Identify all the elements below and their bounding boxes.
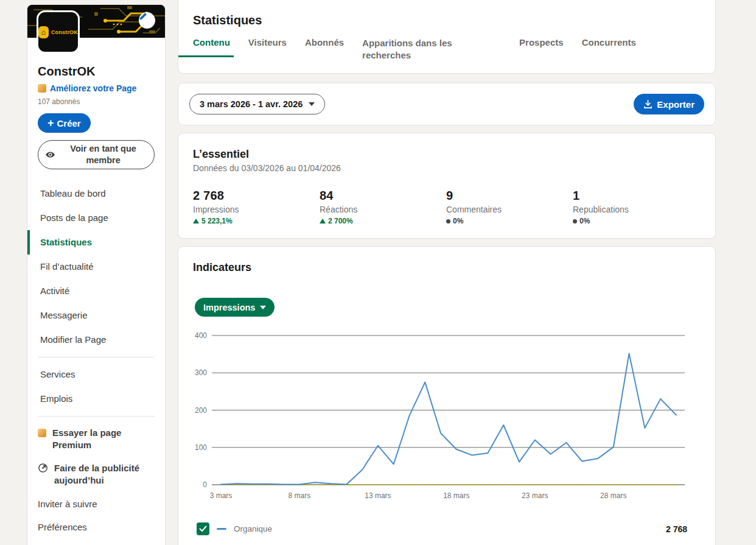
sidebar-item-label: Inviter à suivre [38,498,97,510]
page-title: ConstrOK [38,65,155,79]
sidebar-item-label: Préférences [38,521,87,533]
chevron-down-icon [260,306,266,309]
ads-icon [38,463,48,473]
stat-label: Republications [573,205,699,214]
svg-text:23 mars: 23 mars [522,491,548,500]
stat-delta: 0% [446,217,573,225]
sidebar-item-services[interactable]: Services [27,362,165,387]
sidebar-item-label: Essayer la page Premium [52,427,144,452]
sidebar-item-messagerie[interactable]: Messagerie [27,303,165,328]
essentials-title: L’essentiel [193,148,701,161]
stat-label: Commentaires [446,205,573,214]
stat-label: Impressions [193,205,320,214]
tab-apparitions-dans-les-recherches[interactable]: Apparitions dans les recherches [362,37,458,65]
sidebar-item-emplois[interactable]: Emplois [27,387,165,411]
stat-réactions: 84Réactions2 700% [320,189,446,225]
trend-flat-icon [446,219,450,223]
stat-label: Réactions [320,205,446,214]
legend-total-value: 2 768 [666,524,687,534]
sidebar-item-pr-f-rences[interactable]: Préférences [27,516,165,539]
stat-value: 84 [320,189,446,203]
download-icon [643,100,653,109]
edit-page-button[interactable] [139,12,155,29]
toolbar-card: 3 mars 2026 - 1 avr. 2026 Exporter [178,83,715,125]
stat-delta: 0% [573,217,699,225]
sidebar-item-essayer-la-page-premium[interactable]: Essayer la page Premium [27,421,165,457]
sidebar-nav: Tableau de bordPosts de la pageStatistiq… [27,181,165,352]
stat-commentaires: 9Commentaires0% [446,189,573,225]
tab-contenu[interactable]: Contenu [193,37,230,57]
sidebar-item-inviter-suivre[interactable]: Inviter à suivre [27,493,165,516]
essentials-card: L’essentiel Données du 03/03/2026 au 01/… [178,133,715,238]
trend-up-icon [320,219,326,223]
sidebar-item-tableau-de-bord[interactable]: Tableau de bord [27,181,165,206]
trend-flat-icon [573,219,577,223]
stat-republications: 1Republications0% [573,189,699,225]
metric-dropdown[interactable]: Impressions [195,298,275,317]
impressions-line-chart: 01002003004003 mars8 mars13 mars18 mars2… [178,332,702,508]
sidebar-item-activit-[interactable]: Activité [27,279,165,303]
house-icon: ⌂ [38,26,49,38]
svg-text:400: 400 [195,332,207,340]
logo-text: ConstrOK [51,29,78,35]
svg-text:200: 200 [195,406,207,415]
tab-concurrents[interactable]: Concurrents [582,37,636,57]
sidebar-item-posts-de-la-page[interactable]: Posts de la page [27,206,165,230]
stat-value: 9 [446,189,573,203]
date-range-selector[interactable]: 3 mars 2026 - 1 avr. 2026 [189,94,325,114]
svg-text:100: 100 [195,443,207,452]
tab-abonn-s[interactable]: Abonnés [305,37,344,57]
svg-text:18 mars: 18 mars [443,491,469,500]
essentials-subtitle: Données du 03/03/2026 au 01/04/2026 [193,163,701,173]
stat-value: 2 768 [193,189,320,203]
organic-series-swatch [217,528,226,530]
divider [38,416,155,417]
sidebar-nav-secondary: ServicesEmplois [27,362,165,411]
sidebar-item-fil-d-actualit-[interactable]: Fil d’actualité [27,255,165,279]
legend-checkbox[interactable] [197,522,209,535]
indicators-card: Indicateurs Impressions 01002003004003 m… [178,247,715,545]
svg-text:13 mars: 13 mars [365,491,391,500]
stat-delta: 2 700% [320,217,446,225]
trend-up-icon [193,219,199,223]
pencil-icon [139,12,147,21]
indicators-title: Indicateurs [178,247,715,274]
statistics-header-card: Statistiques ContenuVisiteursAbonnésAppa… [178,0,715,73]
sidebar-item-statistiques[interactable]: Statistiques [27,230,165,255]
export-button[interactable]: Exporter [634,94,704,114]
stat-value: 1 [573,189,699,203]
legend-label: Organique [234,524,272,533]
sidebar-card: ⌂ ConstrOK ConstrOK Améliorez votre Page… [27,5,165,545]
create-button[interactable]: + Créer [38,113,91,133]
company-logo[interactable]: ⌂ ConstrOK [37,10,80,54]
premium-icon [38,84,46,93]
svg-text:8 mars: 8 mars [289,491,311,500]
followers-count: 107 abonnés [38,97,155,106]
sidebar-item-label: Faire de la publicité aujourd’hui [54,462,145,487]
upgrade-page-link[interactable]: Améliorez votre Page [38,83,155,93]
sidebar-item-faire-de-la-publicit-aujourd-hui[interactable]: Faire de la publicité aujourd’hui [27,457,165,493]
chart-legend: Organique 2 768 [197,522,687,535]
premium-icon [38,429,46,437]
eye-icon [46,151,55,158]
sidebar-footer-links: Essayer la page PremiumFaire de la publi… [27,421,165,540]
stat-impressions: 2 768Impressions5 223,1% [193,189,320,225]
statistics-tabs: ContenuVisiteursAbonnésApparitions dans … [178,37,715,65]
tab-prospects[interactable]: Prospects [519,37,564,57]
chevron-down-icon [309,102,315,106]
svg-text:0: 0 [203,480,207,489]
svg-text:3 mars: 3 mars [210,491,233,500]
essentials-stats: 2 768Impressions5 223,1%84Réactions2 700… [193,189,701,225]
tab-visiteurs[interactable]: Visiteurs [248,37,287,57]
check-icon [199,526,207,532]
view-as-member-button[interactable]: Voir en tant que membre [38,140,155,169]
svg-text:300: 300 [195,368,207,377]
sidebar-item-modifier-la-page[interactable]: Modifier la Page [27,328,165,352]
stat-delta: 5 223,1% [193,217,320,225]
svg-text:28 mars: 28 mars [600,491,626,500]
statistics-title: Statistiques [178,0,715,27]
divider [38,357,155,357]
